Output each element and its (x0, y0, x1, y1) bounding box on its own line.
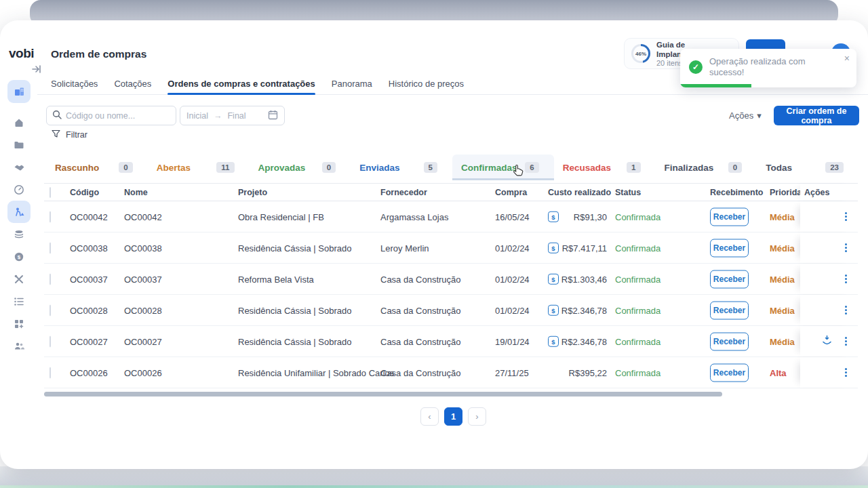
search-box (46, 106, 176, 125)
select-all-checkbox[interactable] (50, 187, 51, 198)
status-tab-enviadas[interactable]: Enviadas5 (351, 155, 452, 180)
finance-icon[interactable]: $ (7, 245, 31, 268)
table-row: OC00037 OC00037 Reforma Bela Vista Casa … (44, 264, 858, 295)
col-acoes: Ações (804, 188, 830, 197)
count-badge: 0 (119, 162, 132, 173)
folder-icon[interactable] (7, 134, 31, 156)
chevron-down-icon: ▾ (757, 110, 762, 121)
kebab-menu-icon[interactable] (841, 336, 850, 347)
calendar-icon (268, 110, 278, 122)
receive-hand-icon[interactable] (822, 335, 832, 348)
receber-button[interactable]: Receber (710, 207, 749, 226)
col-projeto: Projeto (238, 188, 267, 197)
table-row: OC00042 OC00042 Obra Residencial | FB Ar… (44, 201, 858, 232)
toast-success: ✓ Operação realizada com sucesso! × (680, 49, 856, 87)
kebab-menu-icon[interactable] (841, 211, 850, 222)
status-tab-confirmadas[interactable]: Confirmadas6 (452, 155, 554, 180)
mouse-cursor (513, 164, 524, 180)
status-tab-rascunho[interactable]: Rascunho0 (46, 155, 148, 180)
receber-button[interactable]: Receber (710, 363, 749, 382)
count-badge: 6 (525, 162, 538, 173)
status-badge: Confirmada (615, 243, 660, 253)
kebab-menu-icon[interactable] (841, 243, 850, 253)
row-checkbox[interactable] (50, 211, 51, 222)
progress-ring: 46% (631, 44, 650, 63)
purchases-icon[interactable] (7, 201, 31, 223)
receber-button[interactable]: Receber (710, 301, 749, 319)
screen: vobi Ordem de compras 46% Guia de Implan… (0, 0, 868, 488)
row-checkbox[interactable] (50, 304, 51, 316)
count-badge: 23 (825, 162, 844, 173)
status-badge: Confirmada (615, 367, 660, 378)
col-status: Status (615, 188, 641, 197)
team-icon[interactable] (7, 335, 31, 357)
receber-button[interactable]: Receber (710, 239, 749, 257)
tab-ordens-de-compras[interactable]: Ordens de compras e contratações (167, 73, 315, 94)
receber-button[interactable]: Receber (710, 270, 749, 288)
table-row: OC00038 OC00038 Residência Cássia | Sobr… (44, 232, 858, 264)
count-badge: 11 (216, 162, 234, 173)
close-icon[interactable]: × (844, 53, 850, 64)
col-nome: Nome (124, 188, 148, 197)
projects-icon[interactable] (7, 80, 31, 103)
receber-button[interactable]: Receber (710, 332, 749, 350)
row-checkbox[interactable] (50, 367, 51, 378)
status-tab-abertas[interactable]: Abertas11 (148, 155, 250, 180)
count-badge: 0 (728, 162, 742, 173)
tab-solicitacoes[interactable]: Solicitações (51, 73, 98, 94)
apps-plus-icon[interactable] (7, 312, 31, 335)
row-checkbox[interactable] (50, 336, 51, 347)
kebab-menu-icon[interactable] (841, 305, 850, 316)
col-custo: Custo realizado (548, 188, 611, 197)
arrow-right-icon: → (214, 111, 222, 121)
vobi-logo: vobi (9, 46, 34, 61)
filtrar-link[interactable]: Filtrar (52, 129, 87, 140)
handshake-icon[interactable] (7, 156, 31, 178)
col-recebimento: Recebimento (710, 188, 764, 197)
date-end-placeholder: Final (227, 111, 245, 121)
toast-message: Operação realizada com sucesso! (709, 56, 831, 79)
status-badge: Confirmada (615, 211, 660, 222)
tools-icon[interactable] (7, 268, 31, 290)
col-codigo: Código (70, 188, 99, 197)
toast-progress-bar (680, 84, 751, 87)
count-badge: 1 (627, 162, 640, 173)
kebab-menu-icon[interactable] (841, 367, 850, 378)
status-tab-recusadas[interactable]: Recusadas1 (554, 155, 656, 180)
gauge-icon[interactable] (7, 178, 31, 201)
status-tabbar: Rascunho0 Abertas11 Aprovadas0 Enviadas5… (46, 155, 859, 180)
table-header-row: Código Nome Projeto Fornecedor Compra Cu… (44, 183, 858, 201)
row-checkbox[interactable] (50, 242, 51, 253)
orders-table: Código Nome Projeto Fornecedor Compra Cu… (44, 183, 858, 388)
date-start-placeholder: Inicial (186, 111, 208, 121)
row-checkbox[interactable] (50, 273, 51, 285)
list-icon[interactable] (7, 290, 31, 312)
search-input[interactable] (66, 111, 175, 121)
status-tab-todas[interactable]: Todas23 (757, 155, 859, 180)
date-range-input[interactable]: Inicial → Final (180, 106, 285, 125)
status-tab-finalizadas[interactable]: Finalizadas0 (656, 155, 757, 180)
search-icon (52, 110, 62, 122)
layers-icon[interactable] (7, 223, 31, 245)
count-badge: 5 (424, 162, 437, 173)
kebab-menu-icon[interactable] (841, 274, 850, 285)
pagination-prev[interactable]: ‹ (420, 407, 439, 426)
pagination-page-1[interactable]: 1 (444, 407, 462, 426)
home-icon[interactable] (7, 111, 31, 134)
acoes-dropdown[interactable]: Ações ▾ (729, 110, 762, 121)
tab-cotacoes[interactable]: Cotações (114, 73, 151, 94)
status-badge: Confirmada (615, 274, 660, 284)
status-tab-aprovadas[interactable]: Aprovadas0 (250, 155, 351, 180)
page-title: Ordem de compras (51, 48, 146, 60)
horizontal-scrollbar[interactable] (44, 392, 722, 396)
tab-panorama[interactable]: Panorama (332, 73, 372, 94)
status-badge: Confirmada (615, 336, 660, 346)
criar-ordem-button[interactable]: Criar ordem de compra (774, 106, 859, 125)
tab-historico-precos[interactable]: Histórico de preços (389, 73, 464, 94)
pagination-next[interactable]: › (468, 407, 486, 426)
browser-backdrop-bottom (0, 466, 868, 488)
app-window: vobi Ordem de compras 46% Guia de Implan… (0, 20, 868, 469)
col-fornecedor: Fornecedor (380, 188, 427, 197)
count-badge: 0 (322, 162, 336, 173)
table-row: OC00027 OC00027 Residência Cássia | Sobr… (44, 326, 858, 357)
